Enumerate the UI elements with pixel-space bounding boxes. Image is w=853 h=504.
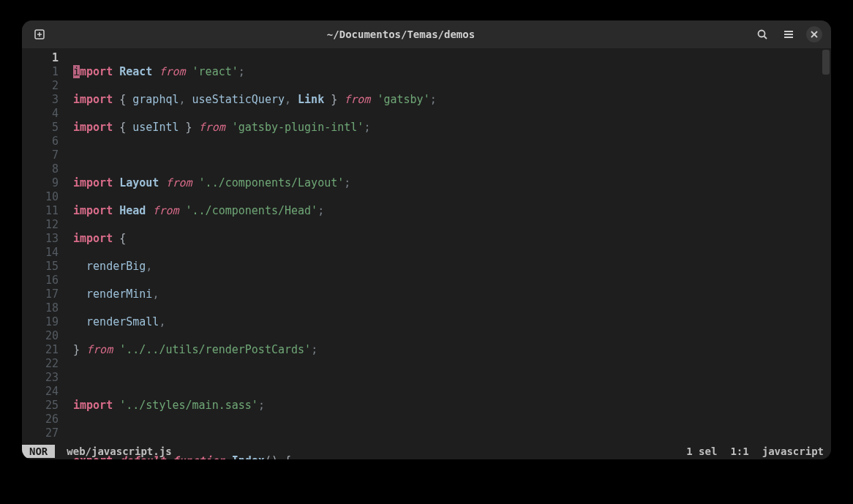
mode-indicator: NOR: [22, 445, 55, 458]
window-title: ~/Documentos/Temas/demos: [48, 29, 754, 40]
search-icon[interactable]: [754, 26, 771, 43]
line-gutter: 1 1 2 3 4 5 6 7 8 9 10 11 12 13 14 15 16…: [22, 48, 67, 443]
svg-point-3: [759, 31, 765, 37]
new-tab-button[interactable]: [31, 26, 48, 43]
terminal-window: ~/Documentos/Temas/demos: [22, 20, 831, 459]
titlebar: ~/Documentos/Temas/demos: [22, 20, 831, 48]
editor[interactable]: 1 1 2 3 4 5 6 7 8 9 10 11 12 13 14 15 16…: [22, 48, 831, 443]
close-icon[interactable]: [806, 26, 822, 42]
svg-line-4: [764, 37, 767, 40]
scrollbar[interactable]: [821, 48, 831, 443]
code-area[interactable]: import React from 'react'; import { grap…: [67, 48, 821, 443]
menu-icon[interactable]: [780, 26, 797, 43]
